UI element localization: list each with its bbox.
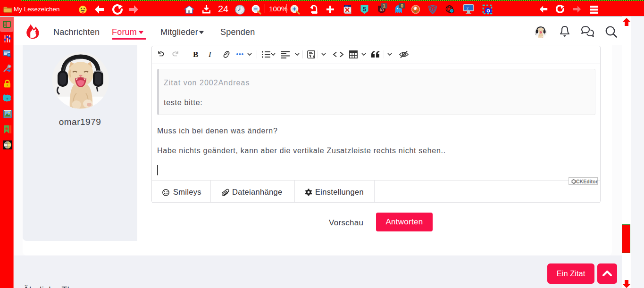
svg-text:I: I — [208, 50, 212, 58]
svg-text::(: :( — [466, 6, 468, 10]
svg-text:5: 5 — [363, 6, 366, 13]
svg-text:P: P — [451, 9, 452, 13]
svg-text:B: B — [193, 50, 198, 58]
